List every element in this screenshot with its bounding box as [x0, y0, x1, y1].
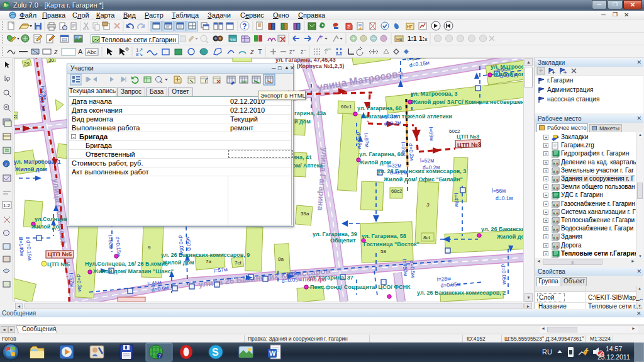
svg-text:й дом: й дом: [294, 118, 311, 125]
svg-text:?: ?: [242, 22, 247, 31]
svg-text:58: 58: [380, 249, 386, 254]
svg-text:d=0.5м: d=0.5м: [409, 260, 416, 278]
svg-text:d=0.2м: d=0.2м: [408, 143, 415, 161]
svg-text:Общепит: Общепит: [330, 237, 356, 244]
svg-text:Жилой дом: Жилой дом: [162, 259, 194, 266]
svg-text:3: 3: [426, 202, 430, 208]
svg-text:z⁻: z⁻: [301, 48, 307, 55]
svg-text:23.12.2011: 23.12.2011: [597, 353, 630, 361]
svg-text:RU: RU: [542, 348, 552, 356]
svg-text:l=57м: l=57м: [213, 266, 228, 274]
svg-text:Abc: Abc: [87, 49, 97, 55]
svg-text:ул. Гагарина, 47,45,43: ул. Гагарина, 47,45,43: [275, 58, 336, 63]
svg-text:d=0.05м: d=0.05м: [500, 264, 508, 285]
svg-text:ом/ Аптека: ом/ Аптека: [292, 162, 323, 169]
svg-text:ул. 26 Бакинских комиссаров, 9: ул. 26 Бакинских комиссаров, 9: [161, 252, 250, 258]
svg-text:ул. Гагарина, 60: ул. Гагарина, 60: [357, 105, 402, 111]
svg-text:d=0.2м: d=0.2м: [390, 169, 408, 176]
svg-text:Пенс.фонд/ Соцзащита/ ЦСО/ ФСН: Пенс.фонд/ Соцзащита/ ЦСО/ ФСНК: [310, 284, 411, 290]
svg-text:l=450м: l=450м: [401, 259, 409, 276]
svg-text:d=0.15м: d=0.15м: [114, 236, 123, 257]
svg-text:d=0.05м: d=0.05м: [440, 281, 461, 289]
svg-text:d=0.2м: d=0.2м: [423, 164, 440, 171]
svg-text:d=0.1м: d=0.1м: [496, 195, 513, 201]
svg-text:68с2: 68с2: [391, 188, 402, 194]
svg-text:Жилой дом: Жилой дом: [358, 159, 391, 166]
svg-text:8а: 8а: [278, 256, 284, 262]
svg-text:HB: HB: [396, 37, 402, 42]
svg-text:W: W: [269, 349, 276, 357]
svg-text:1:2: 1:2: [3, 203, 11, 208]
svg-text:l=57м: l=57м: [68, 273, 75, 287]
svg-text:9: 9: [148, 245, 151, 251]
svg-text:Жилой до: Жилой до: [31, 223, 60, 230]
svg-text:Жилой дом: Жилой дом: [14, 166, 47, 173]
svg-text:Нул.Солнцева, 16/ 26 Б.комис: Нул.Солнцева, 16/ 26 Б.комис: [85, 261, 168, 267]
svg-text:S: S: [212, 347, 219, 358]
svg-text:l=60м: l=60м: [107, 235, 114, 249]
svg-text:1:x: 1:x: [419, 35, 428, 42]
svg-text:60с2: 60с2: [449, 128, 460, 134]
svg-text:l=69м: l=69м: [400, 142, 408, 156]
svg-text:Жилой дом: Жилой дом: [496, 234, 523, 240]
svg-text:ЦТП №5: ЦТП №5: [48, 251, 72, 257]
svg-text:ул. Матросова, 3: ул. Матросова, 3: [411, 91, 457, 97]
svg-text:7сt: 7сt: [235, 260, 242, 266]
svg-text:l=9?м: l=9?м: [363, 133, 370, 147]
svg-text:30: 30: [48, 58, 54, 63]
svg-text:ул. Гагарина, 60: ул. Гагарина, 60: [359, 151, 404, 157]
svg-text:T: T: [258, 48, 262, 55]
svg-text:Жилой дом/ ЗАГС/ Комната несов: Жилой дом/ ЗАГС/ Комната несовершеннолет…: [411, 99, 523, 105]
svg-text:7: 7: [158, 354, 161, 358]
svg-text:Жилой дом/ Магазин "Шанс": Жилой дом/ Магазин "Шанс": [92, 268, 174, 274]
svg-text:Пенс.фо: Пенс.фо: [303, 276, 326, 283]
svg-text:1:1: 1:1: [408, 35, 417, 42]
svg-text:14:57: 14:57: [606, 345, 622, 353]
svg-text:60с1: 60с1: [341, 104, 352, 110]
svg-text:ЦТП №3: ЦТП №3: [457, 141, 481, 149]
svg-text:l=48м: l=48м: [453, 193, 460, 207]
svg-text:i: i: [6, 162, 7, 167]
svg-text:z: z: [250, 48, 254, 55]
svg-text:2: 2: [347, 24, 350, 30]
svg-text:z: z: [53, 48, 58, 55]
svg-text:Гостиница "Восток": Гостиница "Восток": [364, 241, 419, 247]
svg-text:8↘: 8↘: [136, 52, 143, 57]
svg-text:l=69м: l=69м: [428, 127, 435, 141]
svg-text:8сt: 8сt: [423, 235, 430, 240]
svg-text:ул. Матросова, 1: ул. Матросова, 1: [14, 159, 60, 165]
svg-text:ина, 41: ина, 41: [292, 154, 312, 161]
svg-text:ул.Солнцев: ул.Солнцев: [35, 216, 68, 222]
svg-text:7а: 7а: [206, 259, 211, 264]
svg-text:l=32м: l=32м: [387, 162, 401, 169]
svg-text:Магазин/ Зал тяжёлой атлетики: Магазин/ Зал тяжёлой атлетики: [364, 113, 452, 120]
svg-text:ЦТП №5: ЦТП №5: [47, 261, 70, 268]
svg-text:ул. 26 Бакинских к: ул. 26 Бакинских к: [481, 226, 523, 232]
svg-text:l=52м: l=52м: [420, 157, 434, 164]
svg-text:29: 29: [24, 61, 30, 67]
svg-text:ЦТП №3: ЦТП №3: [457, 133, 479, 140]
svg-text:Жилой дом/ Офис "Билайн": Жилой дом/ Офис "Билайн": [383, 176, 463, 183]
svg-text:z⁺: z⁺: [289, 48, 296, 55]
svg-text:6ct: 6ct: [14, 113, 17, 119]
svg-text:ул. 26 Бакинских комиссаров, 2: ул. 26 Бакинских комиссаров, 2: [417, 290, 506, 296]
svg-text:(Корпуса №1,2,3): (Корпуса №1,2,3): [297, 63, 344, 69]
svg-text:чм: чм: [230, 37, 236, 42]
svg-text:l=56м: l=56м: [492, 188, 506, 194]
svg-text:HГ: HГ: [407, 25, 413, 29]
svg-text:ул. Гагарина, 39: ул. Гагарина, 39: [313, 231, 357, 237]
svg-text:ул. Гагарина, 58: ул. Гагарина, 58: [362, 233, 406, 239]
svg-text:d=0.05м: d=0.05м: [281, 276, 302, 284]
svg-text:A: A: [78, 48, 83, 55]
svg-text:39а: 39а: [301, 211, 309, 217]
svg-text:м50.0: м50.0: [185, 236, 192, 251]
svg-text:d=0.15м: d=0.15м: [25, 240, 33, 261]
svg-text:l=140м: l=140м: [18, 239, 25, 256]
svg-text:гарина, 43а: гарина, 43а: [294, 110, 326, 116]
svg-text:d=0.2м: d=0.2м: [384, 119, 401, 127]
